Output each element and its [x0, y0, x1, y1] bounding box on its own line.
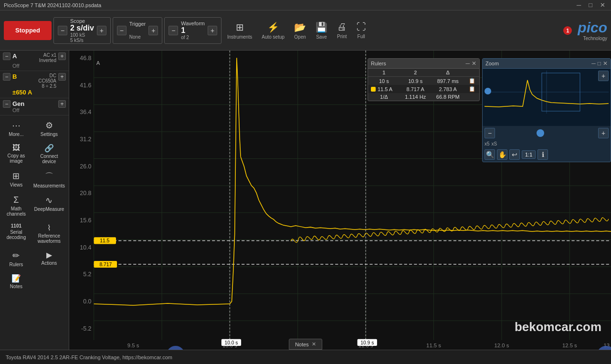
sidebar-copy-image-button[interactable]: 🖼 Copy as image — [2, 141, 31, 167]
ruler-freq-label: 1/Δ — [368, 93, 400, 101]
zoom-header: Zoom ─ □ ✕ — [483, 59, 611, 69]
zoom-handle[interactable] — [485, 88, 491, 94]
zoom-out-btn[interactable]: − — [485, 128, 495, 138]
settings-icon: ⚙ — [45, 120, 53, 131]
sidebar-notes-button[interactable]: 📝 Notes — [2, 271, 31, 292]
print-button[interactable]: 🖨 Print — [333, 20, 351, 41]
auto-setup-icon: ⚡ — [267, 21, 279, 33]
sidebar-deep-measure-button[interactable]: ∿ DeepMeasure — [32, 192, 67, 219]
channel-a-plus[interactable]: + — [58, 52, 66, 60]
sidebar-reference-waveforms-button[interactable]: ⌇ Reference waveforms — [32, 220, 67, 247]
zoom-undo-btn[interactable]: ↩ — [509, 149, 520, 160]
sidebar-views-button[interactable]: ⊞ Views — [2, 168, 31, 191]
trigger-plus-button[interactable]: + — [148, 26, 158, 35]
zoom-info-btn[interactable]: ℹ — [537, 149, 548, 160]
sidebar-more-button[interactable]: ⋯ More... — [2, 117, 31, 140]
svg-text:26.0: 26.0 — [80, 163, 91, 170]
ruler-time-delta: 897.7 ms — [431, 77, 465, 85]
waveform-of: of 2 — [181, 35, 205, 40]
sidebar-rulers-button[interactable]: ✏ Rulers — [2, 248, 31, 270]
scope-area[interactable]: 46.8 41.6 36.4 31.2 26.0 20.8 15.6 10.4 … — [69, 51, 611, 350]
sidebar-settings-button[interactable]: ⚙ Settings — [32, 117, 67, 140]
trigger-info: Trigger None — [129, 21, 146, 40]
zoom-panel: Zoom ─ □ ✕ — [482, 58, 611, 162]
rulers-minimize[interactable]: ─ — [465, 60, 470, 67]
full-button[interactable]: ⛶ Full — [353, 20, 370, 41]
sidebar: − A AC x1Inverted Off + − B — [0, 51, 69, 350]
waveform-value: 1 — [181, 26, 205, 35]
zoom-close[interactable]: ✕ — [603, 60, 608, 67]
sidebar-actions-button[interactable]: ▶ Actions — [32, 248, 67, 270]
maximize-button[interactable]: □ — [587, 1, 594, 9]
svg-text:20.8: 20.8 — [80, 190, 91, 197]
measurements-icon: ⌒ — [45, 171, 53, 182]
full-icon: ⛶ — [357, 21, 366, 32]
instruments-button[interactable]: ⊞ Instruments — [223, 20, 256, 42]
minimize-button[interactable]: ─ — [575, 1, 583, 9]
notes-tab-label: Notes — [295, 342, 309, 347]
rulers-close[interactable]: ✕ — [472, 60, 476, 67]
toolbar: Stopped − Scope 2 s/div 100 kS 5 kS/s + … — [0, 10, 611, 51]
notes-tab[interactable]: Notes ✕ — [289, 339, 322, 350]
zoom-content: + — [483, 69, 611, 126]
pico-logo-area: pico Technology — [578, 20, 607, 41]
auto-setup-button[interactable]: ⚡ Auto setup — [258, 20, 288, 42]
rulers-icon: ✏ — [12, 250, 20, 261]
scope-minus-button[interactable]: − — [58, 26, 67, 35]
close-button[interactable]: ✕ — [598, 1, 607, 9]
rulers-panel: Rulers ─ ✕ 1 2 Δ — [368, 58, 480, 101]
channel-a-row: − A AC x1Inverted Off + — [0, 51, 69, 71]
waveform-minus-button[interactable]: − — [169, 26, 178, 35]
zoom-slider-area: − + — [483, 126, 611, 140]
notification-badge[interactable]: 1 — [563, 26, 572, 35]
channel-b-pm: − — [3, 73, 11, 81]
zoom-in-btn[interactable]: + — [598, 128, 609, 138]
sidebar-measurements-button[interactable]: ⌒ Measurements — [32, 168, 67, 191]
sidebar-connect-device-button[interactable]: 🔗 Connect device — [32, 141, 67, 167]
deep-measure-icon: ∿ — [45, 195, 53, 206]
math-channels-icon: Σ — [13, 195, 19, 205]
channel-gen-plus[interactable]: + — [58, 100, 66, 108]
channel-b-minus[interactable]: − — [3, 73, 11, 81]
scope-plus-button[interactable]: + — [97, 26, 106, 35]
trigger-none: None — [129, 34, 146, 40]
views-icon: ⊞ — [12, 171, 20, 181]
col-2: 2 — [400, 69, 431, 77]
zoom-minimize[interactable]: ─ — [591, 60, 596, 67]
trigger-minus-button[interactable]: − — [117, 26, 126, 35]
status-note: Toyota RAV4 2014 2.5 2AR-FE Cranking Vol… — [6, 354, 172, 360]
channel-gen-minus[interactable]: − — [3, 100, 11, 108]
app: Stopped − Scope 2 s/div 100 kS 5 kS/s + … — [0, 10, 611, 364]
rulers-table: 1 2 Δ 10 s 10.9 s 897.7 ms 📋 — [368, 69, 479, 101]
sidebar-serial-decoding-button[interactable]: 1101 Serial decoding — [2, 220, 31, 247]
channel-b-plus[interactable]: + — [58, 73, 66, 81]
open-button[interactable]: 📂 Open — [290, 20, 310, 42]
channel-a-status: Off — [12, 63, 56, 69]
stopped-button[interactable]: Stopped — [4, 21, 52, 40]
zoom-search-btn[interactable]: 🔍 — [485, 149, 495, 160]
more-label: More... — [9, 132, 23, 137]
zoom-slider-track[interactable] — [497, 132, 596, 135]
notes-close-button[interactable]: ✕ — [312, 341, 316, 347]
ruler-current-copy[interactable]: 📋 — [465, 85, 479, 93]
save-button[interactable]: 💾 Save — [312, 20, 331, 42]
zoom-x5-area: x5 xS — [483, 140, 611, 147]
ruler-time-copy[interactable]: 📋 — [465, 77, 479, 85]
waveform-plus-button[interactable]: + — [208, 26, 217, 35]
zoom-slider-thumb[interactable] — [537, 129, 544, 137]
col-1: 1 — [368, 69, 400, 77]
sidebar-math-channels-button[interactable]: Σ Math channels — [2, 192, 31, 219]
channel-a-minus[interactable]: − — [3, 52, 11, 60]
zoom-hand-btn[interactable]: ✋ — [497, 149, 507, 160]
svg-text:8.717: 8.717 — [99, 262, 112, 267]
rulers-controls: ─ ✕ — [465, 60, 476, 67]
zoom-in-button[interactable]: + — [598, 71, 609, 81]
rulers-label: Rulers — [9, 262, 23, 267]
zoom-maximize[interactable]: □ — [598, 60, 601, 67]
notes-icon: 📝 — [11, 274, 21, 283]
zoom-footer: 🔍 ✋ ↩ 1:1 ℹ — [483, 147, 611, 162]
print-icon: 🖨 — [337, 21, 347, 32]
scope-label: Scope — [70, 18, 94, 24]
scope-info: Scope 2 s/div 100 kS 5 kS/s — [70, 18, 94, 43]
ruler-current-row: 11.5 A 8.717 A 2.783 A 📋 — [368, 85, 479, 93]
